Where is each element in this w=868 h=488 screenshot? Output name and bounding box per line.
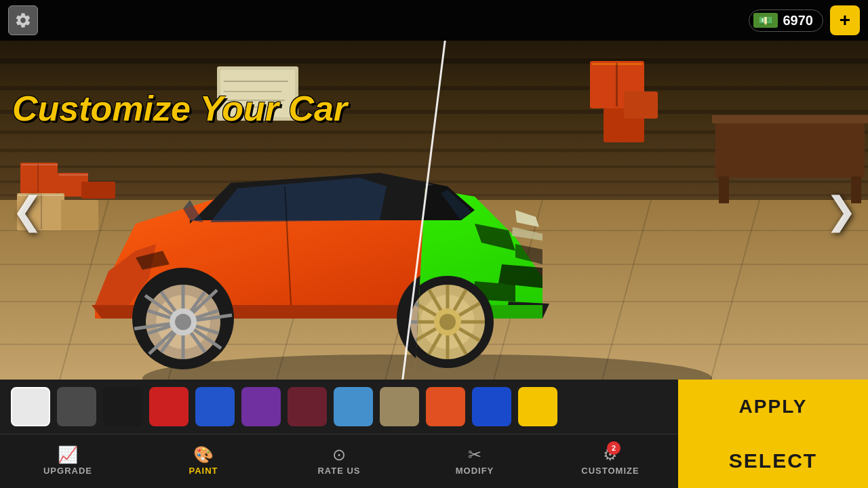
currency-display: 💵 6970	[749, 9, 824, 32]
modify-icon: ✂	[468, 445, 481, 464]
color-swatch-red[interactable]	[149, 387, 189, 426]
nav-item-paint[interactable]: 🎨PAINT	[136, 441, 271, 481]
rate-label: RATE US	[317, 466, 360, 476]
customize-label: CUSTOMIZE	[581, 466, 639, 476]
car-viewport: Customize Your Car ❮ ❯	[0, 41, 868, 380]
svg-rect-37	[624, 92, 658, 119]
paint-icon: 🎨	[193, 445, 214, 464]
svg-rect-32	[61, 200, 98, 230]
apply-button-label: APPLY	[739, 396, 808, 418]
settings-button[interactable]	[8, 5, 38, 35]
rate-icon: ⊙	[332, 445, 346, 464]
select-button[interactable]: SELECT	[678, 434, 868, 488]
nav-left-arrow[interactable]: ❮	[7, 183, 47, 237]
paint-label: PAINT	[189, 466, 218, 476]
color-swatch-blue[interactable]	[195, 387, 235, 426]
svg-rect-27	[59, 174, 88, 176]
svg-rect-38	[712, 115, 868, 123]
nav-item-customize[interactable]: ⚙2CUSTOMIZE	[542, 441, 678, 481]
color-swatch-purple[interactable]	[241, 387, 281, 426]
nav-item-modify[interactable]: ✂MODIFY	[407, 441, 542, 481]
currency-area: 💵 6970 +	[749, 5, 861, 35]
apply-button[interactable]: APPLY	[678, 380, 868, 434]
color-swatch-tan[interactable]	[380, 387, 419, 426]
page-title: Customize Your Car	[12, 88, 347, 129]
color-swatch-darkgray[interactable]	[57, 387, 96, 426]
upgrade-icon: 📈	[58, 445, 78, 464]
currency-amount: 6970	[783, 13, 814, 28]
svg-rect-35	[616, 63, 618, 106]
nav-item-upgrade[interactable]: 📈UPGRADE	[0, 441, 136, 481]
color-swatch-bar	[0, 380, 678, 434]
svg-rect-28	[81, 182, 115, 199]
modify-label: MODIFY	[456, 466, 494, 476]
top-bar: 💵 6970 +	[0, 0, 868, 41]
color-swatch-black[interactable]	[103, 387, 142, 426]
upgrade-label: UPGRADE	[43, 466, 92, 476]
add-currency-button[interactable]: +	[830, 5, 860, 35]
color-swatch-yellow[interactable]	[518, 387, 557, 426]
bottom-nav: 📈UPGRADE🎨PAINT⊙RATE US✂MODIFY⚙2CUSTOMIZE	[0, 434, 678, 488]
color-swatch-maroon[interactable]	[288, 387, 327, 426]
color-swatch-white[interactable]	[11, 387, 50, 426]
nav-item-rate[interactable]: ⊙RATE US	[271, 441, 407, 481]
svg-rect-40	[719, 176, 729, 203]
svg-point-64	[175, 314, 191, 330]
svg-rect-39	[715, 123, 865, 178]
money-icon: 💵	[753, 13, 778, 28]
nav-right-arrow[interactable]: ❯	[821, 183, 861, 237]
svg-rect-24	[22, 164, 58, 165]
color-swatch-skyblue[interactable]	[334, 387, 373, 426]
customize-badge: 2	[607, 441, 620, 455]
svg-point-99	[439, 314, 456, 330]
color-swatch-orange[interactable]	[426, 387, 465, 426]
color-swatch-cobalt[interactable]	[472, 387, 511, 426]
select-button-label: SELECT	[729, 449, 817, 472]
